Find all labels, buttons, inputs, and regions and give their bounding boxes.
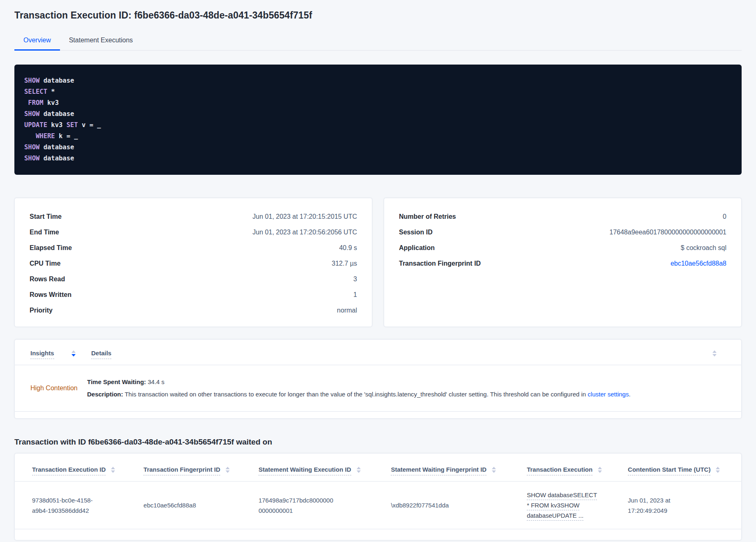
info-label: End Time [30,229,59,236]
sort-down-icon [492,470,496,473]
info-row-txn-fingerprint: Transaction Fingerprint ID ebc10ae56cfd8… [399,256,726,271]
table-row: 9738d051-bc0e-4158-a9b4-1903586ddd42 ebc… [15,482,741,529]
sql-keyword: SHOW [24,155,39,162]
column-header-details[interactable]: Details [91,350,111,359]
info-row-retries: Number of Retries 0 [399,209,726,225]
info-row-end-time: End Time Jun 01, 2023 at 17:20:56:2056 U… [30,225,357,240]
sql-text: database [39,77,74,84]
info-label: Elapsed Time [30,244,72,252]
summary-cards: Start Time Jun 01, 2023 at 17:20:15:2015… [14,198,742,327]
sql-keyword: SHOW [24,77,39,84]
sort-up-icon [357,467,361,469]
description-label: Description: [87,391,123,398]
sort-arrows-icon[interactable] [598,467,602,473]
txn-execution-id-cell: 9738d051-bc0e-4158-a9b4-1903586ddd42 [32,495,143,516]
sql-line: SHOW database [24,142,732,153]
sql-line: SHOW database [24,75,732,86]
sort-up-icon [71,350,76,353]
info-label: Rows Written [30,291,71,299]
sql-text: database [39,155,74,162]
column-header-stmt-waiting-execution-id[interactable]: Statement Waiting Execution ID [258,466,391,475]
application-value: $ cockroach sql [681,244,726,252]
sort-arrows-icon[interactable] [226,467,230,473]
sort-down-icon [716,470,720,473]
column-header-insights[interactable]: Insights [30,350,71,359]
sort-down-icon [598,470,602,473]
column-header-txn-execution-id[interactable]: Transaction Execution ID [32,466,143,475]
waited-on-table: Transaction Execution ID Transaction Fin… [14,453,742,540]
sort-up-icon [111,467,115,469]
txn-fingerprint-id-cell: ebc10ae56cfd88a8 [143,500,258,510]
sql-line: SHOW database [24,153,732,164]
sort-down-icon [712,354,717,357]
info-label: Start Time [30,213,62,220]
info-row-start-time: Start Time Jun 01, 2023 at 17:20:15:2015… [30,209,357,225]
txn-execution-cell: SHOW databaseSELECT * FROM kv3SHOW datab… [527,490,628,521]
sql-line: SELECT * [24,86,732,97]
sql-text: database [39,110,74,118]
cluster-settings-link[interactable]: cluster settings [588,391,629,398]
tab-bar: Overview Statement Executions [14,32,742,51]
sort-arrows-icon[interactable] [716,467,720,473]
time-spent-waiting: Time Spent Waiting: 34.4 s [87,376,726,388]
info-label: Number of Retries [399,213,456,220]
sql-text: database [39,144,74,151]
info-row-priority: Priority normal [30,303,357,318]
sql-keyword: SET [67,121,78,129]
column-header-txn-fingerprint-id[interactable]: Transaction Fingerprint ID [143,466,258,475]
info-row-rows-read: Rows Read 3 [30,271,357,287]
card-footer-spacer [15,412,741,418]
insight-details: Time Spent Waiting: 34.4 s Description: … [87,376,726,401]
sql-line: SHOW database [24,109,732,120]
sort-arrows-icon[interactable] [111,467,115,473]
tab-overview[interactable]: Overview [14,32,60,51]
column-header-stmt-waiting-fingerprint-id[interactable]: Statement Waiting Fingerprint ID [391,466,527,475]
info-label: Application [399,244,435,252]
info-label: Priority [30,307,53,314]
sql-line: FROM kv3 [24,97,732,109]
sql-keyword: FROM [24,99,44,107]
insights-table-header: Insights Details [15,340,741,365]
insight-row: High Contention Time Spent Waiting: 34.4… [15,365,741,411]
sort-arrows-icon[interactable] [357,467,361,473]
execution-times-card: Start Time Jun 01, 2023 at 17:20:15:2015… [14,198,372,327]
rows-written-value: 1 [353,291,357,299]
cpu-time-value: 312.7 µs [332,260,357,267]
transaction-fingerprint-link[interactable]: ebc10ae56cfd88a8 [671,260,726,267]
info-label: CPU Time [30,260,60,267]
column-header-txn-execution[interactable]: Transaction Execution [527,466,628,475]
start-time-value: Jun 01, 2023 at 17:20:15:2015 UTC [253,213,357,220]
sort-arrows-icon[interactable] [71,350,76,357]
sql-line: UPDATE kv3 SET v = _ [24,120,732,131]
sort-down-icon [226,470,230,473]
sort-down-icon [111,470,115,473]
sql-text: kv3 [47,121,67,129]
contention-start-time-cell: Jun 01, 2023 at 17:20:49:2049 [628,495,729,516]
sql-text: * [47,88,55,95]
sort-arrows-icon[interactable] [492,467,496,473]
sort-up-icon [492,467,496,469]
sql-keyword: WHERE [24,132,55,140]
waited-on-heading: Transaction with ID f6be6366-da03-48de-a… [14,438,742,447]
sort-down-icon [71,354,76,357]
waiting-label: Time Spent Waiting: [87,378,146,385]
insight-type-badge: High Contention [30,384,87,392]
rows-read-value: 3 [353,276,357,283]
sql-text: k = _ [55,132,78,140]
session-id-value: 17648a9eea6017800000000000000001 [609,229,726,236]
tab-statement-executions[interactable]: Statement Executions [60,32,142,51]
sort-up-icon [716,467,720,469]
end-time-value: Jun 01, 2023 at 17:20:56:2056 UTC [253,229,357,236]
info-row-application: Application $ cockroach sql [399,240,726,256]
column-header-contention-start-time[interactable]: Contention Start Time (UTC) [628,466,729,475]
info-label: Transaction Fingerprint ID [399,260,481,267]
sort-arrows-icon[interactable] [712,350,717,357]
txn-execution-link[interactable]: SHOW databaseSELECT * FROM kv3SHOW datab… [527,490,597,521]
sort-down-icon [357,470,361,473]
sort-up-icon [598,467,602,469]
elapsed-time-value: 40.9 s [339,244,357,252]
insight-description: Description: This transaction waited on … [87,388,726,401]
transaction-details-page: Transaction Execution ID: f6be6366-da03-… [0,0,756,540]
info-label: Session ID [399,229,433,236]
info-row-cpu-time: CPU Time 312.7 µs [30,256,357,271]
